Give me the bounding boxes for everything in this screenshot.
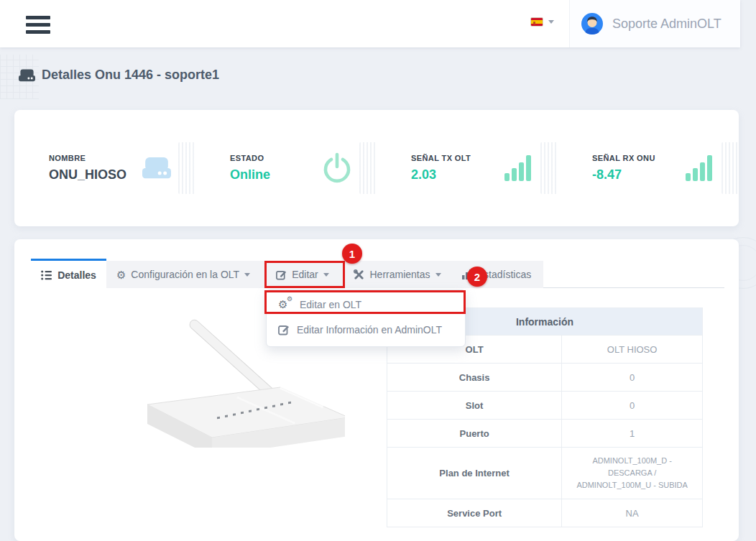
tab-estadisticas-label: Estadísticas (477, 269, 531, 280)
stat-nombre: NOMBRE ONU_HIOSO (14, 154, 178, 182)
spain-flag-icon (530, 17, 543, 27)
divider (359, 142, 377, 194)
tab-herramientas[interactable]: Herramientas (345, 261, 450, 288)
tab-herramientas-label: Herramientas (369, 269, 430, 280)
menu-item-editar-en-olt[interactable]: ⚙⚙ Editar en OLT (267, 292, 465, 317)
divider (722, 142, 739, 194)
row-chasis-value: 0 (562, 364, 703, 392)
chart-icon (462, 269, 472, 279)
page-title: Detalles Onu 1446 - soporte1 (19, 68, 219, 83)
table-row: Service Port NA (387, 499, 703, 527)
signal-bars-icon (686, 155, 714, 181)
tab-bar: Detalles ⚙ Configuración en la OLT Edita… (31, 259, 724, 288)
stat-estado-value: Online (230, 167, 270, 182)
onu-details-card: Detalles ⚙ Configuración en la OLT Edita… (14, 239, 739, 541)
top-navbar: Soporte AdminOLT (0, 0, 740, 47)
editar-dropdown-menu: ⚙⚙ Editar en OLT Editar Información en A… (266, 290, 466, 347)
menu-item-editar-informacion[interactable]: Editar Información en AdminOLT (267, 317, 465, 342)
tab-detalles-label: Detalles (57, 269, 96, 281)
stat-senal-rx: SEÑAL RX ONU -8.47 (558, 154, 722, 182)
gear-icon: ⚙ (116, 269, 126, 280)
row-olt-value: OLT HIOSO (562, 336, 703, 364)
page-title-text: Detalles Onu 1446 - soporte1 (42, 68, 219, 83)
stat-tx-value: 2.03 (411, 167, 471, 182)
tab-estadisticas[interactable]: Estadísticas (450, 261, 543, 288)
table-row: Slot 0 (387, 392, 703, 420)
chevron-down-icon (435, 273, 441, 277)
tab-configuracion-label: Configuración en la OLT (131, 269, 239, 280)
signal-bars-icon (504, 155, 533, 181)
hamburger-menu-icon[interactable] (26, 16, 50, 34)
hdd-icon (142, 157, 171, 179)
power-icon (322, 152, 352, 184)
chevron-down-icon (548, 20, 554, 24)
user-menu[interactable]: Soporte AdminOLT (569, 0, 740, 47)
row-puerto-label: Puerto (387, 420, 562, 448)
tab-editar[interactable]: Editar (260, 261, 345, 288)
menu-item-editar-informacion-label: Editar Información en AdminOLT (297, 324, 442, 336)
stat-rx-label: SEÑAL RX ONU (592, 154, 655, 162)
stat-nombre-label: NOMBRE (49, 154, 126, 162)
adminolt-app: Soporte AdminOLT Detalles Onu 1446 - sop… (0, 0, 756, 541)
chevron-down-icon (244, 273, 250, 277)
onu-device-icon (19, 69, 35, 82)
language-dropdown[interactable] (530, 17, 554, 27)
menu-item-editar-en-olt-label: Editar en OLT (300, 299, 361, 310)
edit-icon (278, 324, 290, 336)
stat-senal-tx: SEÑAL TX OLT 2.03 (377, 154, 540, 182)
row-serviceport-value: NA (562, 499, 703, 527)
divider (540, 142, 558, 194)
row-chasis-label: Chasis (387, 364, 562, 392)
tab-editar-label: Editar (292, 269, 318, 280)
row-slot-label: Slot (387, 392, 562, 420)
avatar (581, 13, 603, 34)
tab-configuracion-olt[interactable]: ⚙ Configuración en la OLT (106, 261, 260, 288)
tab-strip: ⚙ Configuración en la OLT Editar (106, 261, 543, 288)
chevron-down-icon (323, 273, 329, 277)
table-row: Chasis 0 (387, 364, 703, 392)
list-icon (41, 270, 52, 280)
tab-detalles[interactable]: Detalles (31, 259, 106, 289)
table-row: Plan de Internet ADMINOLT_100M_D - DESCA… (387, 448, 703, 499)
stat-tx-label: SEÑAL TX OLT (411, 154, 471, 162)
stat-estado-label: ESTADO (230, 154, 270, 162)
row-plan-value: ADMINOLT_100M_D - DESCARGA / ADMINOLT_10… (562, 448, 703, 499)
stat-estado: ESTADO Online (195, 152, 359, 184)
row-slot-value: 0 (562, 392, 703, 420)
row-puerto-value: 1 (562, 420, 703, 448)
tools-icon (354, 269, 364, 280)
divider (178, 142, 195, 194)
onu-summary-card: NOMBRE ONU_HIOSO ESTADO Online (14, 110, 739, 226)
table-row: Puerto 1 (387, 420, 703, 448)
user-name: Soporte AdminOLT (612, 17, 722, 32)
cogs-icon: ⚙⚙ (278, 299, 292, 310)
stat-rx-value: -8.47 (592, 167, 655, 182)
row-plan-label: Plan de Internet (387, 448, 562, 499)
stat-nombre-value: ONU_HIOSO (49, 167, 126, 182)
edit-icon (276, 269, 287, 280)
row-serviceport-label: Service Port (387, 499, 562, 527)
